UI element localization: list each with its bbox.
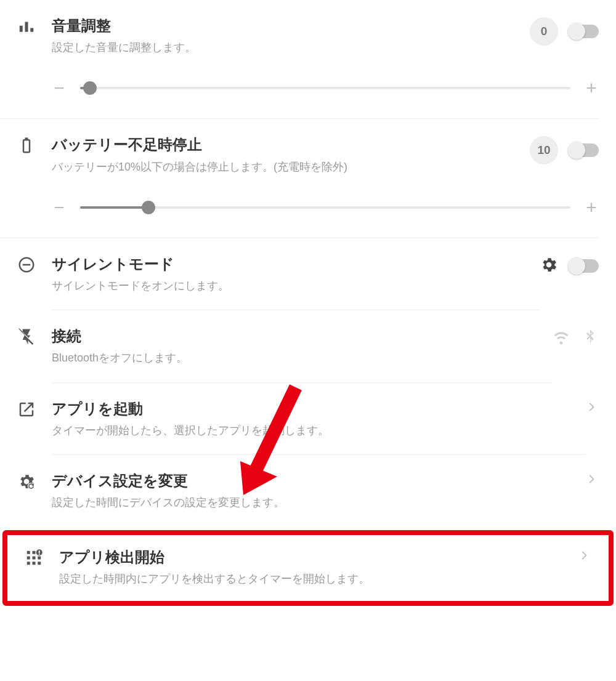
setting-subtitle: 設定した時間にデバイスの設定を変更します。 [52,495,585,510]
svg-rect-2 [30,28,33,32]
settings-list: 音量調整 設定した音量に調整します。 0 − + バッテリー不足時停止 バッテリ… [0,0,616,606]
volume-icon [17,16,52,36]
volume-value-badge: 0 [530,17,558,46]
setting-row-connection[interactable]: 接続 Bluetoothをオフにします。 [0,310,616,382]
setting-subtitle: 設定した時間内にアプリを検出するとタイマーを開始します。 [59,571,578,587]
setting-subtitle: サイレントモードをオンにします。 [52,278,540,294]
setting-title: バッテリー不足時停止 [52,135,530,154]
apps-alert-icon [25,547,59,567]
setting-title: サイレントモード [52,254,540,273]
svg-rect-15 [39,554,40,555]
plus-button[interactable]: + [584,197,599,218]
svg-rect-12 [38,562,41,565]
setting-subtitle: Bluetoothをオフにします。 [52,350,552,366]
battery-slider-row: − + [0,191,599,238]
chevron-right-icon [578,549,591,565]
chevron-right-icon [585,400,599,416]
silent-toggle[interactable] [569,259,599,273]
gear-refresh-icon [17,471,52,491]
setting-row-battery[interactable]: バッテリー不足時停止 バッテリーが10%以下の場合は停止します。(充電時を除外)… [0,119,616,190]
setting-row-launch-app[interactable]: アプリを起動 タイマーが開始したら、選択したアプリを起動します。 [0,383,616,455]
svg-rect-14 [39,550,40,553]
annotation-highlight-box: アプリ検出開始 設定した時間内にアプリを検出するとタイマーを開始します。 [2,530,614,605]
setting-row-silent[interactable]: サイレントモード サイレントモードをオンにします。 [0,238,616,310]
svg-rect-8 [33,557,36,560]
volume-slider-row: − + [0,71,599,119]
volume-slider[interactable] [80,87,570,89]
setting-title: アプリを起動 [52,399,585,418]
svg-rect-11 [33,562,36,565]
setting-subtitle: 設定した音量に調整します。 [52,40,530,55]
battery-toggle[interactable] [569,143,599,157]
plus-button[interactable]: + [584,78,599,99]
setting-title: アプリ検出開始 [59,547,578,566]
setting-title: デバイス設定を変更 [52,471,585,490]
setting-row-volume[interactable]: 音量調整 設定した音量に調整します。 0 [0,0,616,71]
svg-rect-6 [33,551,36,554]
setting-subtitle: タイマーが開始したら、選択したアプリを起動します。 [52,423,585,438]
open-external-icon [17,399,52,419]
setting-row-device-settings[interactable]: デバイス設定を変更 設定した時間にデバイスの設定を変更します。 [0,455,616,526]
setting-subtitle: バッテリーが10%以下の場合は停止します。(充電時を除外) [52,159,530,175]
setting-title: 接続 [52,326,552,345]
minus-button[interactable]: − [52,197,67,218]
minus-button[interactable]: − [52,78,67,99]
svg-rect-0 [20,26,23,32]
setting-title: 音量調整 [52,16,530,35]
svg-rect-7 [27,557,30,560]
svg-rect-10 [27,562,30,565]
bluetooth-icon[interactable] [582,328,599,348]
battery-value-badge: 10 [530,136,558,164]
chevron-right-icon [585,472,599,488]
svg-rect-1 [25,22,28,32]
volume-toggle[interactable] [569,25,599,38]
gear-icon[interactable] [540,256,558,276]
svg-rect-5 [27,551,30,554]
flash-off-icon [17,326,52,346]
wifi-icon[interactable] [552,328,570,349]
battery-slider[interactable] [80,206,570,209]
setting-row-app-detect[interactable]: アプリ検出開始 設定した時間内にアプリを検出するとタイマーを開始します。 [7,535,609,600]
battery-icon [17,135,52,155]
svg-rect-9 [38,557,41,560]
do-not-disturb-icon [17,254,52,274]
